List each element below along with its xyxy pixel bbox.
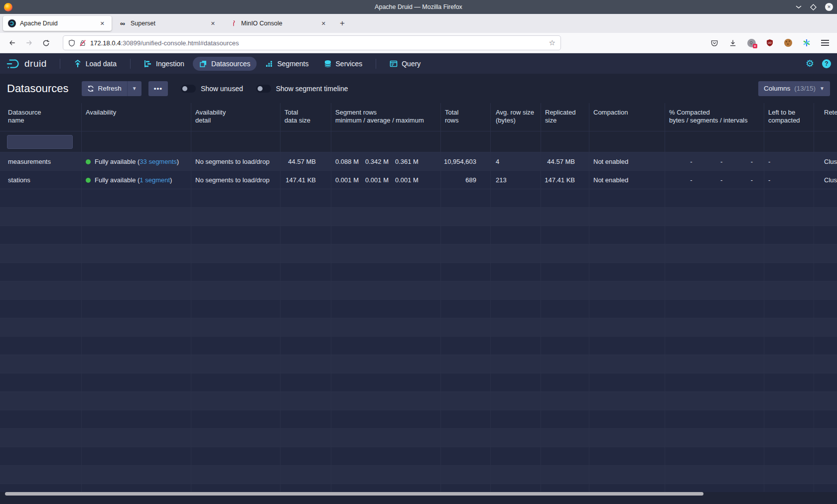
- tab-superset[interactable]: ∞ Superset ✕: [114, 16, 222, 31]
- nav-item-load-data[interactable]: Load data: [67, 57, 123, 71]
- druid-logo[interactable]: druid: [6, 58, 47, 70]
- maximize-icon[interactable]: [810, 4, 817, 10]
- shield-icon[interactable]: [68, 39, 75, 47]
- window-titlebar: Apache Druid — Mozilla Firefox ✕: [0, 0, 837, 14]
- cell-total_data_size: 44.57 MB: [280, 152, 331, 171]
- nav-item-segments[interactable]: Segments: [259, 57, 315, 71]
- menu-icon[interactable]: [818, 36, 832, 50]
- cell-empty: [589, 208, 665, 226]
- asterisk-extension-icon[interactable]: [800, 36, 814, 50]
- datasources-icon: [199, 60, 207, 68]
- cell-empty: [82, 429, 191, 447]
- url-text[interactable]: 172.18.0.4:30899/unified-console.html#da…: [90, 39, 239, 47]
- upload-arrow-icon: [74, 60, 82, 68]
- show-segment-timeline-toggle[interactable]: [256, 85, 271, 93]
- close-window-icon[interactable]: ✕: [825, 3, 833, 11]
- cell-empty: [589, 318, 665, 337]
- tab-apache-druid[interactable]: Ɔ Apache Druid ✕: [3, 16, 112, 31]
- column-header-total_data_size[interactable]: Total data size: [280, 103, 331, 131]
- downloads-icon[interactable]: [726, 36, 740, 50]
- column-header-pct_compacted[interactable]: % Compacted bytes / segments / intervals: [665, 103, 764, 131]
- back-button[interactable]: [5, 36, 19, 50]
- more-actions-button[interactable]: •••: [148, 81, 168, 96]
- column-header-total_rows[interactable]: Total rows: [441, 103, 491, 131]
- tab-close-icon[interactable]: ✕: [98, 19, 107, 28]
- new-tab-button[interactable]: +: [335, 18, 350, 28]
- table-row-empty: [0, 447, 837, 466]
- cell-segment_rows: 0.001 M0.001 M0.001 M: [331, 171, 441, 189]
- column-header-detail[interactable]: Availability detail: [191, 103, 280, 131]
- minio-favicon: [229, 19, 237, 27]
- column-header-availability[interactable]: Availability: [82, 103, 191, 131]
- tab-close-icon[interactable]: ✕: [319, 19, 328, 28]
- column-header-segment_rows[interactable]: Segment rows minimum / average / maximum: [331, 103, 441, 131]
- cell-empty: [589, 429, 665, 447]
- forward-button[interactable]: [22, 36, 36, 50]
- show-unused-toggle[interactable]: [181, 85, 196, 93]
- column-header-avg_row_size[interactable]: Avg. row size (bytes): [491, 103, 541, 131]
- refresh-dropdown-caret[interactable]: ▼: [127, 81, 141, 96]
- minimize-icon[interactable]: [796, 5, 802, 9]
- columns-picker-button[interactable]: Columns (13/15) ▼: [758, 81, 830, 96]
- cell-empty: [191, 226, 280, 245]
- cell-empty: [589, 410, 665, 429]
- cell-empty: [82, 208, 191, 226]
- segments-link[interactable]: 1 segment: [140, 176, 170, 184]
- window-title: Apache Druid — Mozilla Firefox: [0, 3, 837, 10]
- table-row-empty: [0, 263, 837, 281]
- column-header-retention[interactable]: Retention: [814, 103, 837, 131]
- refresh-button[interactable]: Refresh: [82, 81, 127, 96]
- tab-close-icon[interactable]: ✕: [209, 19, 217, 28]
- url-bar[interactable]: 172.18.0.4:30899/unified-console.html#da…: [63, 35, 561, 50]
- cell-empty: [0, 355, 82, 374]
- cell-empty: [764, 226, 814, 245]
- cookie-extension-icon[interactable]: [781, 36, 795, 50]
- table-row-stations[interactable]: stationsFully available (1 segment)No se…: [0, 171, 837, 189]
- column-header-compaction[interactable]: Compaction: [589, 103, 665, 131]
- cell-empty: [665, 374, 764, 392]
- cell-empty: [491, 466, 541, 484]
- cell-left_to_be_compacted: -: [764, 171, 814, 189]
- cell-empty: [331, 318, 441, 337]
- column-header-replicated_size[interactable]: Replicated size: [541, 103, 589, 131]
- cell-empty: [814, 208, 837, 226]
- cell-empty: [280, 410, 331, 429]
- cell-empty: [0, 226, 82, 245]
- cell-empty: [0, 337, 82, 355]
- nav-item-services[interactable]: Services: [317, 57, 369, 71]
- segments-link[interactable]: 33 segments: [140, 158, 176, 165]
- bookmark-star-icon[interactable]: ☆: [549, 38, 556, 47]
- ublock-origin-icon[interactable]: UO: [763, 36, 777, 50]
- reload-button[interactable]: [39, 36, 53, 50]
- cell-empty: [764, 189, 814, 208]
- pocket-icon[interactable]: [707, 36, 721, 50]
- column-header-left_to_be_compacted[interactable]: Left to be compacted: [764, 103, 814, 131]
- nav-item-query[interactable]: Query: [383, 57, 427, 71]
- cell-empty: [191, 410, 280, 429]
- tab-minio-console[interactable]: MinIO Console ✕: [224, 16, 333, 31]
- datasource-name-filter-input[interactable]: [7, 135, 73, 149]
- toggle-label: Show segment timeline: [276, 85, 348, 93]
- column-header-name[interactable]: Datasource name: [0, 103, 82, 131]
- cell-empty: [665, 429, 764, 447]
- tab-label: Superset: [131, 20, 155, 27]
- cell-empty: [191, 429, 280, 447]
- table-row-measurements[interactable]: measurementsFully available (33 segments…: [0, 152, 837, 171]
- datasources-table: Datasource nameAvailabilityAvailability …: [0, 103, 837, 492]
- insecure-lock-icon[interactable]: [79, 39, 86, 47]
- cell-empty: [665, 318, 764, 337]
- cell-empty: [191, 263, 280, 281]
- nav-item-ingestion[interactable]: Ingestion: [138, 57, 191, 71]
- settings-gear-icon[interactable]: ⚙: [806, 59, 814, 68]
- cell-empty: [331, 245, 441, 263]
- cell-detail: No segments to load/drop: [191, 152, 280, 171]
- nav-item-datasources[interactable]: Datasources: [193, 57, 257, 71]
- cell-empty: [814, 374, 837, 392]
- horizontal-scrollbar-thumb[interactable]: [5, 492, 703, 496]
- cell-empty: [82, 337, 191, 355]
- cell-empty: [764, 300, 814, 318]
- help-icon[interactable]: ?: [822, 59, 831, 68]
- extensions-icon[interactable]: ⚲✕: [744, 36, 758, 50]
- cell-empty: [814, 300, 837, 318]
- cell-compaction: Not enabled: [589, 171, 665, 189]
